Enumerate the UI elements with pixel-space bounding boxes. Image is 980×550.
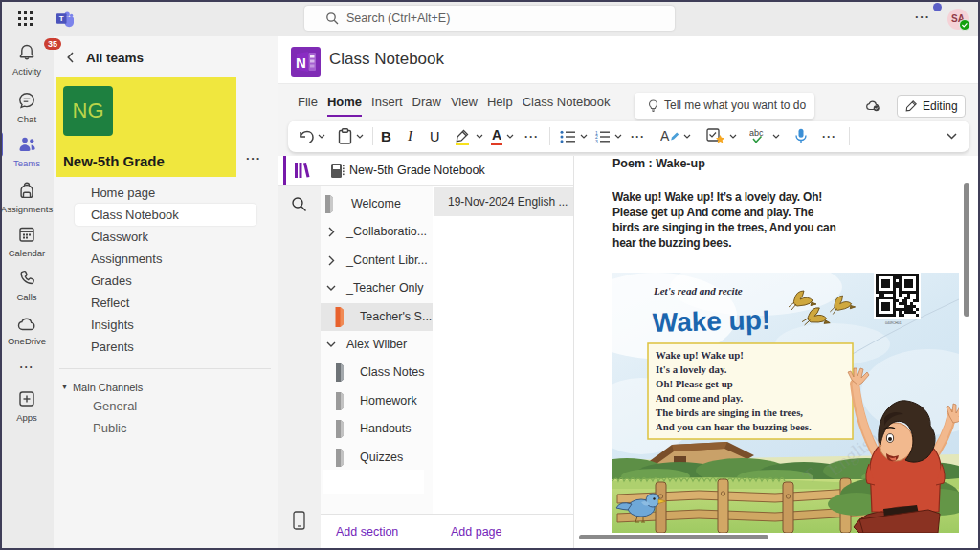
svg-text:Let's read and recite: Let's read and recite — [653, 285, 743, 297]
svg-text:abc: abc — [749, 128, 764, 138]
svg-text:It's a lovely day.: It's a lovely day. — [656, 363, 727, 375]
svg-text:Wake up! Wake up!: Wake up! Wake up! — [656, 349, 744, 361]
svg-text:Wake up!: Wake up! — [652, 305, 770, 338]
svg-text:A: A — [660, 128, 670, 143]
svg-text:N: N — [296, 55, 306, 71]
svg-text:Oh! Please get up: Oh! Please get up — [656, 378, 733, 389]
svg-text:And come and play.: And come and play. — [656, 392, 743, 404]
svg-text:T: T — [59, 14, 64, 23]
svg-text:3: 3 — [595, 139, 598, 143]
svg-text:The birds are singing in the t: The birds are singing in the trees, — [656, 407, 803, 418]
svg-text:0409CH01: 0409CH01 — [885, 321, 902, 325]
svg-text:And you can hear the buzzing b: And you can hear the buzzing bees. — [656, 421, 812, 432]
